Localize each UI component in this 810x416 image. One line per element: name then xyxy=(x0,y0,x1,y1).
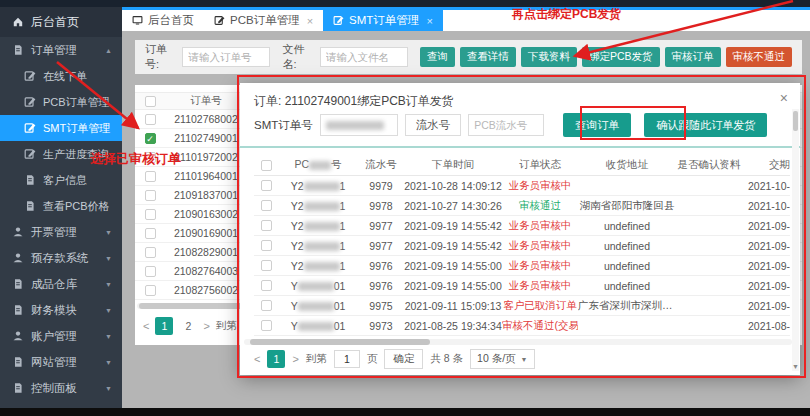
chevron-down-icon: ▼ xyxy=(105,229,112,236)
row-checkbox[interactable] xyxy=(261,320,272,331)
smt-order-input[interactable] xyxy=(320,114,398,136)
next-page-button[interactable]: > xyxy=(203,320,209,332)
file-name-input[interactable] xyxy=(320,47,408,67)
sidebar-item-财务模块[interactable]: 财务模块▼ xyxy=(0,297,122,323)
审核订单-button[interactable]: 审核订单 xyxy=(665,47,721,67)
chevron-down-icon: ▼ xyxy=(105,281,112,288)
row-checkbox-cell xyxy=(135,171,165,182)
close-icon[interactable]: × xyxy=(780,90,788,106)
row-checkbox[interactable] xyxy=(261,260,272,271)
tab-后台首页[interactable]: 后台首页 xyxy=(122,10,204,31)
next-page-button[interactable]: > xyxy=(292,353,298,365)
row-checkbox[interactable] xyxy=(145,285,156,296)
prev-page-button[interactable]: < xyxy=(143,320,149,332)
sidebar-item-label: 在线下单 xyxy=(43,69,87,84)
dialog-hscrollbar[interactable] xyxy=(244,339,792,345)
table-row[interactable]: Y2199772021-09-19 14:55:42业务员审核中undefine… xyxy=(254,236,790,256)
row-checkbox-cell xyxy=(135,228,165,239)
jump-label: 到第 xyxy=(216,319,237,333)
row-checkbox[interactable] xyxy=(145,114,156,125)
tab-label: 后台首页 xyxy=(148,13,194,28)
row-checkbox-cell xyxy=(254,240,278,251)
chevron-down-icon: ▼ xyxy=(521,356,528,363)
sidebar-item-label: 账户管理 xyxy=(31,329,77,344)
table-row[interactable]: Y2199762021-09-19 14:55:00业务员审核中undefine… xyxy=(254,256,790,276)
sidebar-item-开票管理[interactable]: 开票管理▼ xyxy=(0,219,122,245)
prev-page-button[interactable]: < xyxy=(254,353,260,365)
table-row[interactable]: Y2199792021-10-28 14:09:12业务员审核中2021-10- xyxy=(254,176,790,196)
row-checkbox[interactable] xyxy=(145,247,156,258)
tab-SMT订单管理[interactable]: SMT订单管理× xyxy=(323,10,443,31)
serial-no-input[interactable] xyxy=(468,114,544,136)
table-row[interactable]: Y2199782021-10-27 14:30:26审核通过湖南省邵阳市隆回县2… xyxy=(254,196,790,216)
serial-no-cell: 9976 xyxy=(358,260,404,272)
row-checkbox[interactable] xyxy=(145,228,156,239)
chevron-down-icon: ▼ xyxy=(105,359,112,366)
dialog-vscrollbar[interactable]: ▼ xyxy=(792,109,799,371)
row-checkbox[interactable] xyxy=(145,152,156,163)
row-checkbox[interactable] xyxy=(261,300,272,311)
sidebar-item-查看PCB价格[interactable]: 查看PCB价格 xyxy=(0,193,122,219)
row-checkbox[interactable] xyxy=(261,200,272,211)
row-checkbox-cell xyxy=(254,220,278,231)
order-no-column-header: 订单号 xyxy=(165,94,247,108)
pcb-order-no-cell: Y21 xyxy=(278,180,358,192)
row-checkbox-cell xyxy=(135,266,165,277)
row-checkbox-cell xyxy=(135,285,165,296)
page-1-button[interactable]: 1 xyxy=(155,317,173,335)
close-icon[interactable]: × xyxy=(426,15,432,27)
sidebar-item-订单管理[interactable]: 订单管理▲ xyxy=(0,37,122,63)
page-2-button[interactable]: 2 xyxy=(179,317,197,335)
sidebar-item-网站管理[interactable]: 网站管理▼ xyxy=(0,349,122,375)
查询-button[interactable]: 查询 xyxy=(420,47,455,67)
doc-icon xyxy=(12,382,24,394)
order-status-cell: 审核不通过(交易取消) xyxy=(502,319,578,333)
row-checkbox[interactable] xyxy=(145,266,156,277)
per-page-select[interactable]: 10 条/页 ▼ xyxy=(470,349,534,369)
jump-confirm-button[interactable]: 确定 xyxy=(384,349,423,369)
jump-page-input[interactable] xyxy=(334,350,360,368)
tab-PCB订单管理[interactable]: PCB订单管理× xyxy=(204,10,323,31)
pcb-order-no-cell: Y01 xyxy=(278,300,358,312)
row-checkbox[interactable] xyxy=(145,190,156,201)
current-page-button[interactable]: 1 xyxy=(267,350,285,368)
row-checkbox[interactable] xyxy=(145,209,156,220)
sidebar-item-SMT订单管理[interactable]: SMT订单管理 xyxy=(0,115,122,141)
sidebar-item-在线下单[interactable]: 在线下单 xyxy=(0,63,122,89)
sidebar-item-客户信息[interactable]: 客户信息 xyxy=(0,167,122,193)
查看详情-button[interactable]: 查看详情 xyxy=(460,47,516,67)
下载资料-button[interactable]: 下载资料 xyxy=(521,47,577,67)
query-order-button[interactable]: 查询订单 xyxy=(563,113,631,137)
table-row[interactable]: Y2199772021-09-19 14:55:42业务员审核中undefine… xyxy=(254,216,790,236)
table-row[interactable]: Y0199752021-09-11 15:09:13客户已取消订单广东省深圳市深… xyxy=(254,296,790,316)
row-checkbox[interactable] xyxy=(261,280,272,291)
table-row[interactable]: Y0199732021-08-25 19:34:34审核不通过(交易取消)202… xyxy=(254,316,790,336)
审核不通过-button[interactable]: 审核不通过 xyxy=(726,47,793,67)
sidebar-item-账户管理[interactable]: 账户管理▼ xyxy=(0,323,122,349)
绑定PCB发货-button[interactable]: 绑定PCB发货 xyxy=(582,47,660,67)
sidebar-item-生产进度查询[interactable]: 生产进度查询 xyxy=(0,141,122,167)
select-all-checkbox[interactable] xyxy=(145,96,156,107)
redacted-value xyxy=(309,161,331,170)
sidebar-item-PCB订单管理[interactable]: PCB订单管理 xyxy=(0,89,122,115)
close-icon[interactable]: × xyxy=(307,15,313,27)
sidebar-item-控制面板[interactable]: 控制面板▼ xyxy=(0,375,122,401)
select-all-checkbox[interactable] xyxy=(261,160,272,171)
sidebar-item-成品仓库[interactable]: 成品仓库▼ xyxy=(0,271,122,297)
row-checkbox[interactable]: ✓ xyxy=(145,133,156,144)
order-status-cell: 审核通过 xyxy=(502,199,578,213)
sidebar-item-label: PCB订单管理 xyxy=(43,95,110,110)
row-checkbox[interactable] xyxy=(261,240,272,251)
row-checkbox[interactable] xyxy=(261,220,272,231)
row-checkbox[interactable] xyxy=(261,180,272,191)
order-status-cell: 业务员审核中 xyxy=(502,259,578,273)
sidebar-item-预存款系统[interactable]: 预存款系统▼ xyxy=(0,245,122,271)
table-row[interactable]: Y0199762021-09-19 14:55:00业务员审核中undefine… xyxy=(254,276,790,296)
order-no-input[interactable] xyxy=(182,47,270,67)
confirm-ship-button[interactable]: 确认跟随此订单发货 xyxy=(644,113,767,137)
due-date-cell: 2021-09- xyxy=(742,260,790,272)
serial-no-cell: 9975 xyxy=(358,300,404,312)
pencil-icon xyxy=(214,15,225,26)
row-checkbox[interactable] xyxy=(145,171,156,182)
sidebar-item-home[interactable]: 后台首页 xyxy=(0,7,122,37)
